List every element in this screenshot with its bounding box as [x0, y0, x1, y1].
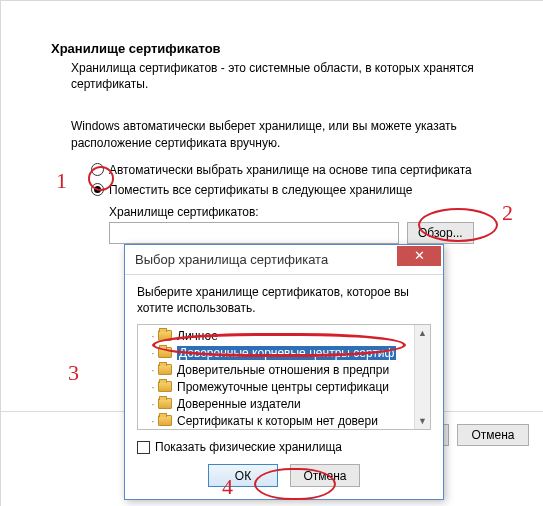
- tree-item-label: Промежуточные центры сертификаци: [177, 380, 389, 394]
- ok-button[interactable]: ОК: [208, 464, 278, 487]
- chevron-up-icon[interactable]: ▲: [416, 325, 430, 341]
- tree-item-label: Личное: [177, 329, 218, 343]
- store-tree[interactable]: ·Личное ·Доверенные корневые центры серт…: [137, 324, 431, 430]
- show-physical-label: Показать физические хранилища: [155, 440, 342, 454]
- wizard-heading: Хранилище сертификатов: [51, 41, 493, 56]
- store-radio-group: Автоматически выбрать хранилище на основ…: [51, 163, 493, 197]
- radio-manual-label: Поместить все сертификаты в следующее хр…: [109, 183, 412, 197]
- dialog-buttons: ОК Отмена: [137, 464, 431, 487]
- show-physical-row[interactable]: Показать физические хранилища: [137, 440, 431, 454]
- tree-item-label: Доверенные корневые центры сертиф: [177, 346, 396, 360]
- folder-icon: [158, 330, 172, 341]
- folder-icon: [158, 364, 172, 375]
- wizard-description: Хранилища сертификатов - это системные о…: [51, 60, 493, 92]
- folder-icon: [158, 381, 172, 392]
- cancel-button[interactable]: Отмена: [290, 464, 360, 487]
- tree-item[interactable]: ·Личное: [144, 327, 414, 344]
- store-field-row: Обзор...: [51, 222, 493, 244]
- tree-item[interactable]: ·Доверенные корневые центры сертиф: [144, 344, 414, 361]
- store-field-label: Хранилище сертификатов:: [51, 205, 493, 219]
- radio-auto-row[interactable]: Автоматически выбрать хранилище на основ…: [91, 163, 493, 177]
- dialog-text: Выберите хранилище сертификатов, которое…: [137, 285, 431, 316]
- radio-auto-label: Автоматически выбрать хранилище на основ…: [109, 163, 472, 177]
- scrollbar[interactable]: ▲ ▼: [414, 325, 430, 429]
- radio-manual-row[interactable]: Поместить все сертификаты в следующее хр…: [91, 183, 493, 197]
- browse-button[interactable]: Обзор...: [407, 222, 474, 244]
- dialog-titlebar[interactable]: Выбор хранилища сертификата ✕: [125, 245, 443, 275]
- tree-item-label: Доверенные издатели: [177, 397, 301, 411]
- tree-item[interactable]: ·Промежуточные центры сертификаци: [144, 378, 414, 395]
- chevron-down-icon[interactable]: ▼: [416, 413, 430, 429]
- folder-icon: [158, 347, 172, 358]
- tree-item[interactable]: ·Доверительные отношения в предпри: [144, 361, 414, 378]
- radio-auto[interactable]: [91, 163, 104, 176]
- tree-items: ·Личное ·Доверенные корневые центры серт…: [138, 325, 414, 429]
- close-icon[interactable]: ✕: [397, 246, 441, 266]
- radio-manual[interactable]: [91, 183, 104, 196]
- cancel-wizard-button[interactable]: Отмена: [457, 424, 529, 446]
- store-selection-dialog: Выбор хранилища сертификата ✕ Выберите х…: [124, 244, 444, 500]
- wizard-content: Хранилище сертификатов Хранилища сертифи…: [1, 1, 543, 244]
- tree-item-label: Доверительные отношения в предпри: [177, 363, 389, 377]
- folder-icon: [158, 398, 172, 409]
- wizard-info-text: Windows автоматически выберет хранилище,…: [51, 118, 493, 150]
- tree-item[interactable]: ·Сертификаты к которым нет довери: [144, 412, 414, 429]
- folder-icon: [158, 415, 172, 426]
- store-input[interactable]: [109, 222, 399, 244]
- dialog-body: Выберите хранилище сертификатов, которое…: [125, 275, 443, 499]
- dialog-title: Выбор хранилища сертификата: [135, 252, 397, 267]
- tree-item[interactable]: ·Доверенные издатели: [144, 395, 414, 412]
- tree-item-label: Сертификаты к которым нет довери: [177, 414, 378, 428]
- show-physical-checkbox[interactable]: [137, 441, 150, 454]
